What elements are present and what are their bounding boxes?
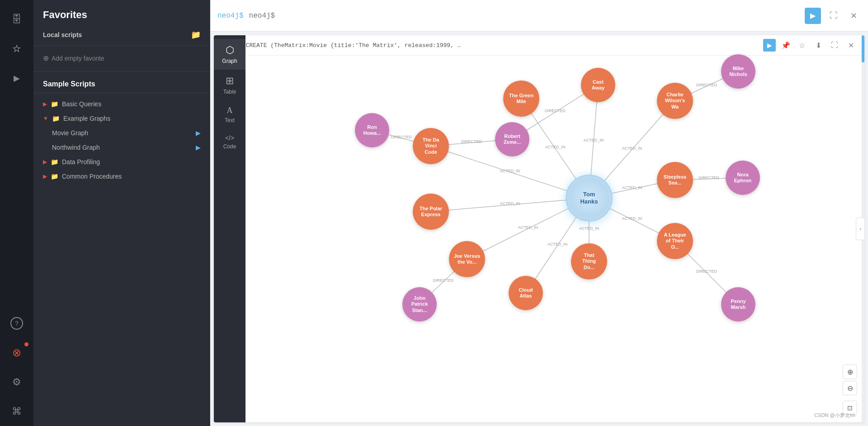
sidebar-item-basic-queries[interactable]: ▶ 📁 Basic Queries [34, 97, 210, 111]
node-john-patrick[interactable]: JohnPatrickStan... [402, 287, 437, 322]
icon-bar: 🗄 ☆ ▶ ? ⊗ ⚙ ⌘ [0, 0, 34, 426]
sidebar-title: Favorites [34, 9, 210, 30]
node-league-their[interactable]: A Leagueof TheirO... [657, 223, 693, 259]
svg-text:ACTED_IN: ACTED_IN [622, 146, 642, 151]
data-profiling-label: Data Profiling [62, 158, 100, 166]
collapse-sidebar-button[interactable]: ‹ [856, 218, 864, 240]
local-scripts-section: Local scripts 📁 [34, 30, 210, 46]
svg-text:DIRECTED: DIRECTED [698, 175, 720, 180]
node-that-thing[interactable]: ThatThingDo... [571, 243, 607, 279]
zoom-out-button[interactable]: ⊖ [843, 381, 857, 395]
arrow-right-icon-3: ▶ [43, 173, 47, 180]
table-tab-label: Table [223, 89, 236, 95]
query-expand-button[interactable]: ⛶ [826, 9, 841, 23]
watermark-text: CSDN @小萝北hh [814, 412, 855, 418]
sidebar-item-common-procedures[interactable]: ▶ 📁 Common Procedures [34, 169, 210, 184]
tab-text[interactable]: A Text [214, 100, 245, 129]
tab-code[interactable]: </> Code [214, 129, 245, 155]
svg-text:ACTED_IN: ACTED_IN [584, 138, 604, 142]
result-panel: neo4j$ CREATE (TheMatrix:Movie {title:'T… [214, 35, 864, 422]
settings-icon[interactable]: ⚙ [0, 367, 34, 397]
sample-scripts-divider [34, 93, 210, 93]
graph-canvas: ‹ ACTED_INACTED_INACTED_INDIRECTEDDIRECT… [245, 35, 864, 422]
view-tabs: ⬡ Graph ⊞ Table A Text </> Code [214, 35, 245, 422]
svg-text:DIRECTED: DIRECTED [461, 139, 482, 144]
graph-tab-label: Graph [222, 58, 237, 64]
node-nora-ephron[interactable]: NoraEphron [726, 161, 760, 195]
sidebar-item-northwind-graph[interactable]: Northwind Graph ▶ [34, 140, 210, 155]
svg-text:ACTED_IN: ACTED_IN [500, 169, 520, 173]
query-run-button[interactable]: ▶ [805, 8, 821, 24]
node-joe-versus[interactable]: Joe Versusthe Vo... [449, 241, 485, 277]
node-penny-marsh[interactable]: PennyMarsh [721, 287, 755, 322]
northwind-graph-label: Northwind Graph [52, 144, 100, 151]
tab-table[interactable]: ⊞ Table [214, 70, 245, 100]
query-input[interactable] [249, 12, 799, 20]
svg-text:DIRECTED: DIRECTED [391, 135, 412, 139]
sidebar-item-example-graphs[interactable]: ▼ 📁 Example Graphs [34, 111, 210, 126]
svg-text:DIRECTED: DIRECTED [433, 278, 454, 283]
northwind-graph-run-icon[interactable]: ▶ [196, 144, 201, 151]
tab-graph[interactable]: ⬡ Graph [214, 39, 245, 70]
sample-scripts-title: Sample Scripts [34, 76, 210, 93]
node-charlie-wilson[interactable]: CharlieWilson'sWa [657, 83, 693, 119]
common-procedures-label: Common Procedures [62, 173, 122, 180]
svg-text:ACTED_IN: ACTED_IN [622, 216, 642, 221]
help-icon[interactable]: ? [0, 308, 34, 338]
folder-icon: 📁 [51, 100, 58, 108]
add-favorite-btn[interactable]: ⊕ Add empty favorite [34, 50, 210, 71]
movie-graph-run-icon[interactable]: ▶ [196, 129, 201, 137]
node-cloud-atlas[interactable]: CloudAtlas [509, 276, 543, 310]
node-tom-hanks[interactable]: TomHanks [566, 175, 613, 222]
arrow-right-icon: ▶ [43, 101, 47, 107]
node-polar-express[interactable]: The PolarExpress [413, 194, 449, 230]
node-robert-zeme[interactable]: RobertZeme... [495, 122, 529, 156]
svg-text:DIRECTED: DIRECTED [696, 269, 717, 274]
folder-icon-3: 📁 [51, 158, 58, 166]
folder-icon-4: 📁 [51, 173, 58, 180]
database-icon[interactable]: 🗄 [0, 5, 34, 34]
add-favorite-plus-icon: ⊕ [43, 54, 49, 62]
node-green-mile[interactable]: The GreenMile [503, 80, 539, 117]
node-mike-nichols[interactable]: MikeNichols [721, 54, 755, 89]
cancel-icon[interactable]: ⊗ [0, 338, 34, 367]
query-close-button[interactable]: ✕ [846, 9, 861, 23]
node-ron-howa[interactable]: RonHowa... [355, 113, 389, 147]
info-icon[interactable]: ⌘ [0, 397, 34, 426]
example-graphs-label: Example Graphs [63, 115, 110, 122]
arrow-right-icon-2: ▶ [43, 159, 47, 165]
node-cast-away[interactable]: CastAway [581, 68, 615, 102]
movie-graph-label: Movie Graph [52, 129, 88, 137]
text-tab-icon: A [227, 106, 233, 115]
svg-text:DIRECTED: DIRECTED [696, 83, 717, 87]
code-tab-label: Code [223, 143, 236, 150]
svg-text:ACTED_IN: ACTED_IN [518, 225, 538, 230]
sidebar: Favorites Local scripts 📁 ⊕ Add empty fa… [34, 0, 210, 426]
zoom-in-button[interactable]: ⊕ [843, 364, 857, 379]
table-tab-icon: ⊞ [226, 75, 234, 87]
svg-text:ACTED_IN: ACTED_IN [579, 226, 599, 231]
local-scripts-label: Local scripts [43, 31, 82, 38]
folder-icon-2: 📁 [52, 115, 60, 122]
sidebar-divider [34, 71, 210, 72]
code-tab-icon: </> [225, 134, 234, 142]
local-scripts-folder-icon[interactable]: 📁 [191, 30, 201, 40]
graph-edges: ACTED_INACTED_INACTED_INDIRECTEDDIRECTED… [245, 35, 864, 422]
graph-tab-icon: ⬡ [226, 44, 234, 56]
node-sleepless-sea[interactable]: SleeplessSea... [657, 162, 693, 198]
guides-icon[interactable]: ▶ [0, 63, 34, 93]
text-tab-label: Text [225, 117, 235, 123]
svg-text:ACTED_IN: ACTED_IN [622, 185, 642, 190]
add-favorite-label: Add empty favorite [52, 55, 104, 62]
sidebar-item-data-profiling[interactable]: ▶ 📁 Data Profiling [34, 155, 210, 169]
scrollbar-thumb[interactable] [862, 35, 864, 62]
svg-text:ACTED_IN: ACTED_IN [547, 242, 568, 246]
query-prompt: neo4j$ [217, 12, 244, 20]
favorites-icon[interactable]: ☆ [0, 34, 34, 63]
svg-text:ACTED_IN: ACTED_IN [500, 201, 520, 206]
sidebar-item-movie-graph[interactable]: Movie Graph ▶ [34, 126, 210, 140]
basic-queries-label: Basic Queries [62, 100, 101, 108]
svg-text:ACTED_IN: ACTED_IN [545, 145, 566, 149]
node-da-vinci[interactable]: The DaVinciCode [413, 128, 449, 164]
watermark: CSDN @小萝北hh [814, 412, 855, 419]
